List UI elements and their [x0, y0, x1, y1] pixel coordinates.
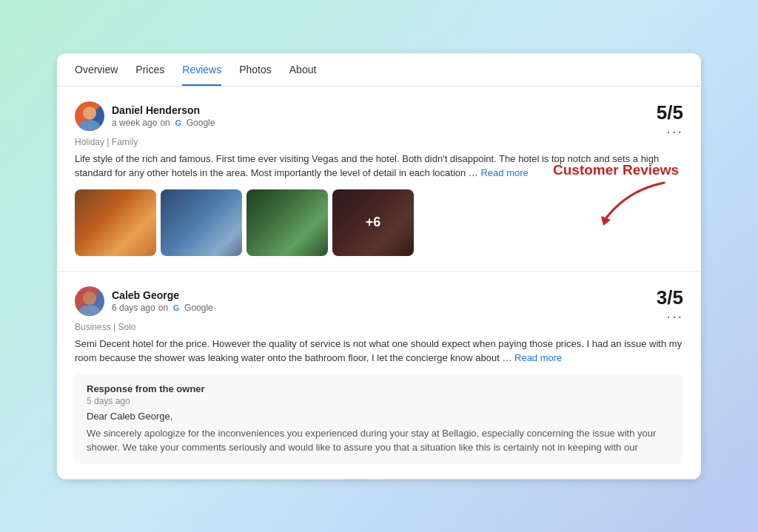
- review-card-1: Daniel Henderson a week ago on G Google …: [57, 87, 701, 272]
- google-icon-1: G: [173, 118, 184, 128]
- owner-response-section: Response from the owner 5 days ago Dear …: [75, 374, 683, 464]
- reviewer-1-platform: Google: [187, 118, 215, 128]
- reviewer-2-on: on: [158, 303, 168, 313]
- response-title: Response from the owner: [87, 383, 671, 394]
- reviewer-2-name: Caleb George: [112, 289, 213, 301]
- review-2-header: Caleb George 6 days ago on G Google 3/5: [75, 286, 683, 316]
- svg-point-3: [83, 292, 96, 305]
- review-2-more-options[interactable]: ···: [666, 309, 683, 323]
- review-1-tags: Holiday | Family: [75, 137, 683, 147]
- reviewer-1-on: on: [160, 118, 170, 128]
- review-1-rating: 5/5: [657, 101, 683, 124]
- review-1-images: +6: [75, 189, 683, 256]
- tab-reviews[interactable]: Reviews: [182, 64, 221, 86]
- review-image-2[interactable]: [161, 189, 242, 256]
- review-2-read-more[interactable]: Read more: [514, 352, 562, 363]
- reviewer-1-name: Daniel Henderson: [112, 104, 215, 116]
- reviewer-1-meta: a week ago on G Google: [112, 118, 215, 128]
- reviewer-2-platform: Google: [184, 303, 213, 313]
- reviewer-2-details: Caleb George 6 days ago on G Google: [112, 289, 213, 313]
- svg-point-1: [79, 120, 100, 131]
- reviewer-1-details: Daniel Henderson a week ago on G Google: [112, 104, 215, 128]
- review-1-read-more[interactable]: Read more: [480, 167, 528, 178]
- tab-overview[interactable]: Overview: [75, 64, 118, 86]
- review-1-header: Daniel Henderson a week ago on G Google …: [75, 101, 683, 131]
- tab-prices[interactable]: Prices: [135, 64, 164, 86]
- review-image-1[interactable]: [75, 189, 156, 256]
- reviewer-2-info: Caleb George 6 days ago on G Google: [75, 286, 213, 316]
- google-icon-2: G: [171, 303, 181, 313]
- reviewer-1-time: a week ago: [112, 118, 157, 128]
- response-text: We sincerely apologize for the inconveni…: [87, 426, 671, 455]
- response-salutation: Dear Caleb George,: [87, 411, 671, 422]
- response-date: 5 days ago: [87, 396, 671, 406]
- reviewer-2-meta: 6 days ago on G Google: [112, 303, 213, 313]
- review-2-rating: 3/5: [657, 286, 683, 309]
- tab-about[interactable]: About: [289, 64, 317, 86]
- reviewer-1-avatar: [75, 101, 104, 131]
- extra-images-count: +6: [332, 189, 414, 256]
- reviewer-2-avatar: [75, 286, 104, 316]
- reviewer-1-info: Daniel Henderson a week ago on G Google: [75, 101, 215, 131]
- main-card: Overview Prices Reviews Photos About Dan…: [57, 53, 701, 479]
- review-2-tags: Business | Solo: [75, 322, 683, 332]
- review-card-2: Caleb George 6 days ago on G Google 3/5 …: [57, 272, 701, 479]
- svg-point-0: [83, 107, 96, 120]
- reviewer-2-time: 6 days ago: [112, 303, 155, 313]
- review-1-text: Life style of the rich and famous. First…: [75, 152, 683, 181]
- tab-photos[interactable]: Photos: [239, 64, 272, 86]
- review-image-4[interactable]: +6: [332, 189, 414, 256]
- svg-point-4: [79, 305, 100, 316]
- reviews-section: Daniel Henderson a week ago on G Google …: [57, 87, 701, 479]
- review-image-3[interactable]: [246, 189, 328, 256]
- navigation-tabs: Overview Prices Reviews Photos About: [57, 53, 701, 87]
- review-1-more-options[interactable]: ···: [666, 124, 683, 138]
- review-2-text: Semi Decent hotel for the price. However…: [75, 337, 683, 366]
